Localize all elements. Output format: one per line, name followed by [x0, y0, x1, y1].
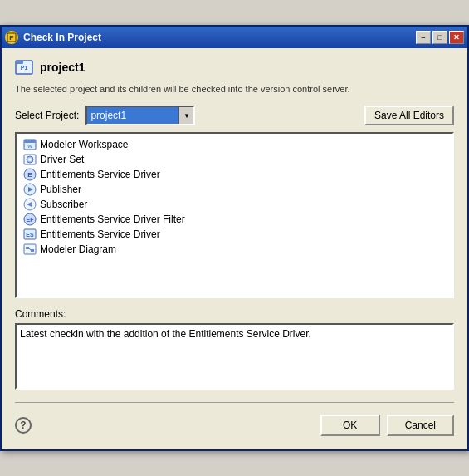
svg-rect-6: [24, 140, 36, 143]
save-all-editors-button[interactable]: Save All Editors: [364, 106, 454, 125]
svg-text:EF: EF: [27, 217, 35, 223]
file-name: Publisher: [40, 184, 81, 195]
file-name: Modeler Workspace: [40, 139, 129, 150]
minimize-button[interactable]: −: [416, 31, 431, 44]
list-item[interactable]: Driver Set: [18, 152, 451, 167]
help-button[interactable]: ?: [15, 417, 32, 434]
list-item[interactable]: WModeler Workspace: [18, 137, 451, 152]
select-dropdown-arrow[interactable]: ▼: [178, 107, 193, 124]
project-header: P1 project1: [15, 58, 454, 76]
project-select-wrapper[interactable]: project1 ▼: [85, 106, 195, 125]
svg-point-10: [28, 158, 32, 161]
select-project-label: Select Project:: [15, 110, 79, 121]
list-item[interactable]: EEntitlements Service Driver: [18, 167, 451, 182]
svg-rect-23: [31, 249, 34, 252]
svg-text:P: P: [9, 34, 14, 42]
list-item[interactable]: Subscriber: [18, 197, 451, 212]
project-icon: P1: [15, 58, 33, 76]
separator: [15, 402, 454, 403]
file-name: Modeler Diagram: [40, 243, 116, 255]
file-name: Entitlements Service Driver: [40, 228, 160, 240]
file-icon: E: [23, 168, 37, 181]
comments-label: Comments:: [15, 308, 454, 320]
button-row: ? OK Cancel: [15, 411, 454, 436]
title-bar: P Check In Project − □ ✕: [2, 27, 467, 48]
maximize-button[interactable]: □: [432, 31, 447, 44]
svg-text:W: W: [27, 144, 32, 149]
project-name: project1: [40, 61, 85, 74]
file-icon: ES: [23, 228, 37, 241]
list-item[interactable]: EFEntitlements Service Driver Filter: [18, 212, 451, 227]
list-item[interactable]: ESEntitlements Service Driver: [18, 227, 451, 242]
project-select-value: project1: [87, 107, 178, 124]
svg-text:ES: ES: [26, 232, 34, 238]
comments-textarea[interactable]: [15, 323, 454, 390]
svg-rect-3: [16, 61, 23, 64]
close-button[interactable]: ✕: [449, 31, 464, 44]
window-controls: − □ ✕: [416, 31, 464, 44]
file-icon: [23, 153, 37, 166]
file-icon: W: [23, 138, 37, 151]
svg-text:E: E: [27, 171, 32, 179]
cancel-button[interactable]: Cancel: [387, 415, 454, 436]
svg-text:P1: P1: [21, 65, 28, 71]
ok-button[interactable]: OK: [320, 415, 380, 436]
comments-section: Comments:: [15, 308, 454, 392]
file-name: Subscriber: [40, 199, 87, 210]
dialog-title: Check In Project: [23, 32, 416, 43]
file-name: Entitlements Service Driver: [40, 169, 160, 180]
dialog-window: P Check In Project − □ ✕ P1 project1 The…: [0, 25, 469, 451]
file-icon: [23, 243, 37, 256]
file-list[interactable]: WModeler WorkspaceDriver SetEEntitlement…: [15, 132, 454, 298]
dialog-content: P1 project1 The selected project and its…: [2, 48, 467, 449]
file-icon: [23, 198, 37, 211]
svg-rect-22: [26, 247, 29, 249]
file-icon: EF: [23, 213, 37, 226]
list-item[interactable]: Modeler Diagram: [18, 242, 451, 257]
select-row: Select Project: project1 ▼ Save All Edit…: [15, 106, 454, 125]
list-item[interactable]: Publisher: [18, 182, 451, 197]
file-icon: [23, 183, 37, 196]
file-name: Driver Set: [40, 154, 84, 165]
file-name: Entitlements Service Driver Filter: [40, 213, 185, 225]
project-description: The selected project and its children wi…: [15, 83, 454, 96]
title-bar-icon: P: [5, 31, 18, 44]
